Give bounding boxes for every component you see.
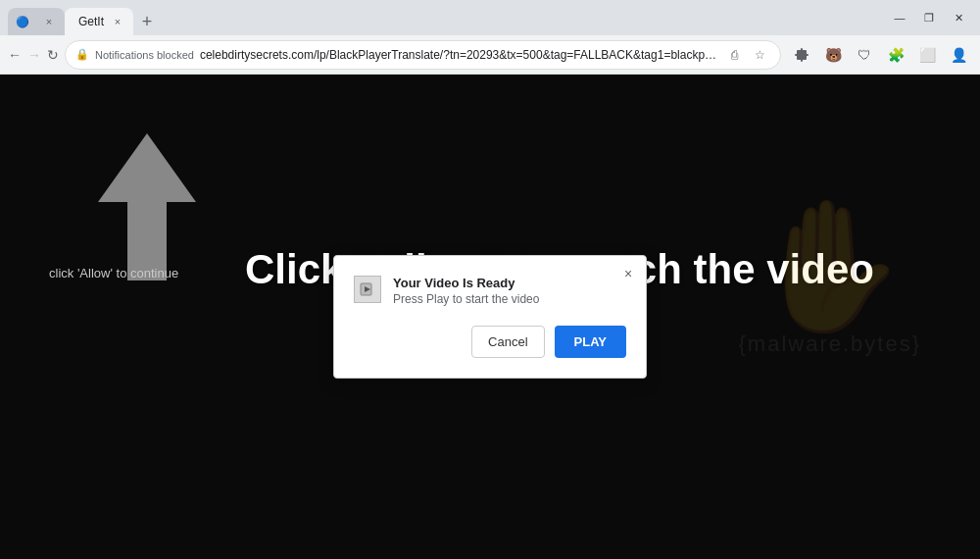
dialog-overlay: × Your Video Is Ready Press Play to star… <box>0 75 980 559</box>
profile-icon[interactable]: 👤 <box>944 40 973 70</box>
back-button[interactable]: ← <box>8 40 22 70</box>
bear-icon[interactable]: 🐻 <box>818 40 848 70</box>
address-text: celebdirtysecrets.com/lp/BlackPlayerTran… <box>200 48 717 62</box>
new-tab-button[interactable]: + <box>133 8 161 35</box>
toolbar-icons: 🐻 🛡 🧩 ⬜ 👤 ⋮ <box>787 40 980 70</box>
extensions-icon[interactable] <box>787 40 816 70</box>
forward-button[interactable]: → <box>27 40 41 70</box>
tab-bar: 🔵 × GetIt × + <box>8 0 874 35</box>
dialog-close-button[interactable]: × <box>618 264 638 283</box>
address-actions: ⎙ ☆ <box>723 44 770 66</box>
dialog: × Your Video Is Ready Press Play to star… <box>333 255 647 379</box>
close-button[interactable]: ✕ <box>945 4 972 31</box>
share-icon[interactable]: ⎙ <box>723 44 745 66</box>
title-bar: 🔵 × GetIt × + — ❐ ✕ <box>0 0 980 35</box>
tab-active[interactable]: GetIt × <box>65 8 133 35</box>
extension-puzzle-icon[interactable]: 🧩 <box>881 40 910 70</box>
tab-close-1[interactable]: × <box>41 14 57 29</box>
shield-icon[interactable]: 🛡 <box>850 40 879 70</box>
window-controls: — ❐ ✕ <box>886 4 972 31</box>
play-button[interactable]: PLAY <box>555 326 626 358</box>
tab-inactive[interactable]: 🔵 × <box>8 8 65 35</box>
split-view-icon[interactable]: ⬜ <box>912 40 942 70</box>
bookmark-icon[interactable]: ☆ <box>749 44 770 66</box>
dialog-actions: Cancel PLAY <box>354 326 626 358</box>
nav-bar: ← → ↻ 🔒 Notifications blocked celebdirty… <box>0 35 980 75</box>
dialog-title: Your Video Is Ready <box>393 276 626 290</box>
reload-button[interactable]: ↻ <box>47 40 59 70</box>
menu-icon[interactable]: ⋮ <box>975 40 980 70</box>
tab-favicon-1: 🔵 <box>16 16 29 28</box>
dialog-header: Your Video Is Ready Press Play to start … <box>354 276 626 306</box>
page-content: click 'Allow' to continue Click "Allow" … <box>0 75 980 559</box>
dialog-text-area: Your Video Is Ready Press Play to start … <box>393 276 626 306</box>
tab-label-2: GetIt <box>78 15 104 28</box>
dialog-subtitle: Press Play to start the video <box>393 292 626 306</box>
address-bar[interactable]: 🔒 Notifications blocked celebdirtysecret… <box>65 40 781 70</box>
lock-icon: 🔒 <box>75 48 89 61</box>
dialog-video-icon <box>354 276 381 303</box>
restore-button[interactable]: ❐ <box>915 4 943 31</box>
tab-close-2[interactable]: × <box>110 14 125 29</box>
cancel-button[interactable]: Cancel <box>471 326 544 358</box>
notifications-blocked-label: Notifications blocked <box>95 49 194 61</box>
minimize-button[interactable]: — <box>886 4 913 31</box>
browser-frame: 🔵 × GetIt × + — ❐ ✕ ← → ↻ 🔒 Notification… <box>0 0 980 559</box>
